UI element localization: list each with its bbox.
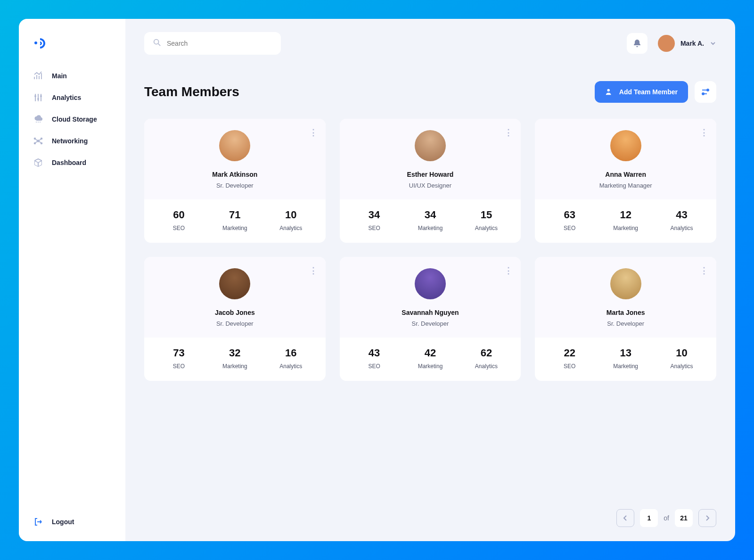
stat-value: 60 <box>151 209 207 221</box>
card-menu-button[interactable]: ⋮ <box>504 127 513 138</box>
pager-current: 1 <box>640 509 658 527</box>
topbar: Mark A. <box>144 32 716 55</box>
chevron-down-icon <box>710 40 716 47</box>
member-card: ⋮ Jacob Jones Sr. Developer 73SEO 32Mark… <box>144 257 326 381</box>
pager-next-button[interactable] <box>698 509 716 527</box>
search-icon <box>153 38 161 49</box>
member-role: UI/UX Designer <box>409 182 451 189</box>
stat-label: SEO <box>151 225 207 231</box>
card-menu-button[interactable]: ⋮ <box>700 127 709 138</box>
card-menu-button[interactable]: ⋮ <box>309 127 318 138</box>
cloud-icon <box>33 114 43 124</box>
stat-label: SEO <box>541 225 598 231</box>
member-card: ⋮ Anna Warren Marketing Manager 63SEO 12… <box>535 119 716 243</box>
stat-label: Analytics <box>263 225 319 231</box>
member-name: Anna Warren <box>605 171 646 178</box>
avatar <box>658 35 675 52</box>
notifications-button[interactable] <box>627 33 647 54</box>
stat-label: Marketing <box>207 225 263 231</box>
svg-rect-2 <box>41 94 41 101</box>
network-icon <box>33 136 43 146</box>
stat-label: Analytics <box>654 363 710 370</box>
member-role: Marketing Manager <box>599 182 652 189</box>
member-name: Marta Jones <box>606 309 645 316</box>
logo <box>19 35 125 71</box>
pagination: 1 of 21 <box>144 500 716 527</box>
stat-value: 12 <box>598 209 654 221</box>
user-name: Mark A. <box>680 40 704 47</box>
svg-point-8 <box>40 122 41 123</box>
stat-label: SEO <box>346 225 402 231</box>
stat-value: 73 <box>151 347 207 359</box>
card-menu-button[interactable]: ⋮ <box>504 265 513 276</box>
avatar <box>219 130 250 161</box>
svg-rect-0 <box>35 94 36 101</box>
sidebar: Main Analytics Cloud Storage Networking … <box>19 19 125 541</box>
stat-label: SEO <box>151 363 207 370</box>
svg-point-9 <box>37 140 39 142</box>
sidebar-item-analytics[interactable]: Analytics <box>33 92 111 103</box>
stat-label: Analytics <box>263 363 319 370</box>
stat-label: Analytics <box>458 225 514 231</box>
sidebar-item-dashboard[interactable]: Dashboard <box>33 157 111 168</box>
card-menu-button[interactable]: ⋮ <box>309 265 318 276</box>
app-window: Main Analytics Cloud Storage Networking … <box>19 19 735 541</box>
stat-label: SEO <box>541 363 598 370</box>
stat-label: Marketing <box>402 363 459 370</box>
stat-value: 62 <box>458 347 514 359</box>
stat-label: Analytics <box>654 225 710 231</box>
card-menu-button[interactable]: ⋮ <box>700 265 709 276</box>
stat-value: 15 <box>458 209 514 221</box>
stat-value: 34 <box>346 209 402 221</box>
chevron-right-icon <box>704 515 711 521</box>
svg-point-4 <box>37 98 39 100</box>
add-button-label: Add Team Member <box>619 88 678 96</box>
member-role: Sr. Developer <box>607 320 644 327</box>
svg-point-5 <box>40 95 42 97</box>
logout-icon <box>33 517 43 527</box>
member-role: Sr. Developer <box>216 320 254 327</box>
members-grid: ⋮ Mark Atkinson Sr. Developer 60SEO 71Ma… <box>144 119 716 381</box>
sidebar-item-label: Dashboard <box>52 159 86 166</box>
avatar <box>219 268 250 299</box>
member-name: Esther Howard <box>407 171 454 178</box>
add-team-member-button[interactable]: Add Team Member <box>595 81 688 103</box>
stat-value: 13 <box>598 347 654 359</box>
avatar <box>610 268 641 299</box>
cube-icon <box>33 157 43 168</box>
stat-value: 34 <box>402 209 459 221</box>
sidebar-item-label: Cloud Storage <box>52 115 97 123</box>
member-card: ⋮ Savannah Nguyen Sr. Developer 43SEO 42… <box>340 257 521 381</box>
pager-prev-button[interactable] <box>616 509 634 527</box>
search-input[interactable] <box>167 40 272 47</box>
sidebar-item-main[interactable]: Main <box>33 71 111 81</box>
svg-point-17 <box>702 93 704 95</box>
avatar <box>415 130 446 161</box>
pager-of-label: of <box>664 514 669 522</box>
search-box[interactable] <box>144 32 281 55</box>
logout-button[interactable]: Logout <box>19 517 125 527</box>
member-name: Mark Atkinson <box>212 171 257 178</box>
member-card: ⋮ Mark Atkinson Sr. Developer 60SEO 71Ma… <box>144 119 326 243</box>
avatar <box>610 130 641 161</box>
svg-point-3 <box>34 95 36 97</box>
stat-label: Analytics <box>458 363 514 370</box>
member-role: Sr. Developer <box>216 182 254 189</box>
nav: Main Analytics Cloud Storage Networking … <box>19 71 125 517</box>
svg-point-7 <box>38 122 39 123</box>
stat-value: 43 <box>346 347 402 359</box>
filter-button[interactable] <box>695 81 716 103</box>
stat-value: 32 <box>207 347 263 359</box>
sidebar-item-label: Main <box>52 72 67 80</box>
member-name: Savannah Nguyen <box>402 309 459 316</box>
svg-point-14 <box>154 40 159 44</box>
stat-value: 42 <box>402 347 459 359</box>
sidebar-item-networking[interactable]: Networking <box>33 136 111 146</box>
stat-label: SEO <box>346 363 402 370</box>
sidebar-item-cloud-storage[interactable]: Cloud Storage <box>33 114 111 124</box>
user-menu[interactable]: Mark A. <box>658 35 716 52</box>
person-add-icon <box>605 88 614 96</box>
logo-icon <box>33 35 49 51</box>
filter-icon <box>701 87 710 97</box>
sidebar-item-label: Analytics <box>52 94 81 101</box>
